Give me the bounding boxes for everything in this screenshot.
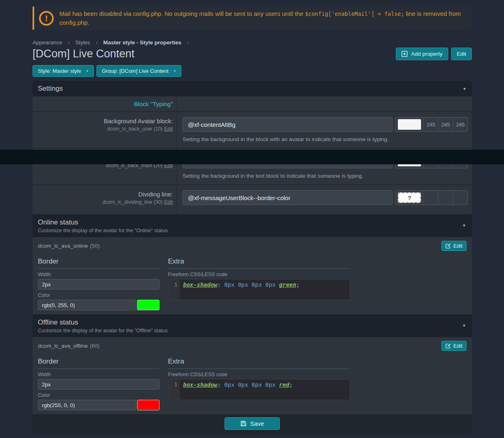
property-meta: dcom_lc_dividing_line (30) Edit <box>37 199 173 205</box>
save-button[interactable]: Save <box>225 417 280 430</box>
color-input[interactable] <box>38 400 136 410</box>
property-label: Background Avatar block: <box>37 117 173 125</box>
offline-section-body: dcom_lc_ava_offline(60) Edit Border Widt… <box>33 337 472 415</box>
edit-property-button[interactable]: Edit <box>441 341 467 351</box>
extra-heading: Extra <box>168 257 350 269</box>
offline-title: Offline status <box>38 318 467 327</box>
pencil-square-icon <box>445 343 451 349</box>
property-label-cell: Dividing line: dcom_lc_dividing_line (30… <box>33 185 177 214</box>
property-key-number: (60) <box>90 343 100 349</box>
property-key-name: dcom_lc_ava_offline <box>38 343 88 349</box>
pencil-square-icon <box>445 243 451 248</box>
warning-icon: ! <box>39 11 54 26</box>
property-row-background-avatar: Background Avatar block: dcom_lc_back_us… <box>33 112 472 148</box>
edit-label: Edit <box>457 51 466 57</box>
save-label: Save <box>250 421 264 427</box>
chevron-down-icon: ▼ <box>86 68 89 74</box>
offline-property-row: dcom_lc_ava_offline(60) Edit <box>38 337 467 351</box>
unknown-color-swatch: ? <box>398 192 421 203</box>
freeform-label: Freeform CSS/LESS code <box>168 272 350 277</box>
online-subtitle: Customize the display of the avatar for … <box>38 228 467 233</box>
property-description: Setting the background in the text block… <box>183 172 468 179</box>
property-key-number: (50) <box>90 243 100 249</box>
width-input[interactable] <box>38 379 159 390</box>
value-input[interactable] <box>183 117 393 132</box>
color-swatch-fill <box>398 119 421 130</box>
property-control-cell: ? <box>177 185 472 214</box>
width-input[interactable] <box>38 279 159 290</box>
online-title: Online status <box>38 218 467 227</box>
breadcrumb: Appearance › Styles › Master style - Sty… <box>33 39 472 46</box>
group-dropdown[interactable]: Group: [DCom] Live Content ▼ <box>96 65 181 77</box>
edit-button[interactable]: Edit <box>451 48 472 60</box>
freeform-label: Freeform CSS/LESS code <box>168 372 350 377</box>
edit-property-label: Edit <box>454 343 463 349</box>
color-swatch[interactable]: ? <box>395 191 423 205</box>
property-control-cell: 245 245 245 Setting the background in th… <box>177 112 472 148</box>
online-columns: Border Width Color Extra Freeform CSS/LE… <box>38 257 467 314</box>
color-value-group: 245 245 245 <box>395 117 468 132</box>
title-row: [DCom] Live Content Add property Edit <box>33 48 472 60</box>
settings-section-header[interactable]: Settings ▼ <box>33 81 472 96</box>
color-input[interactable] <box>38 300 136 310</box>
banner-code-snippet: $config['enableMail'] = false; <box>305 11 404 17</box>
code-keyword: green <box>279 281 296 288</box>
border-column: Border Width Color <box>38 357 159 410</box>
code-property: box-shadow <box>183 281 217 288</box>
property-key-name: dcom_lc_ava_online <box>38 243 88 249</box>
rgb-value-cell <box>453 191 467 205</box>
code-editor[interactable]: 1 box-shadow: 0px 0px 8px 0px green; <box>168 279 350 300</box>
chevron-down-icon: ▼ <box>463 87 467 91</box>
property-meta: dcom_lc_back_user (10) Edit <box>37 126 173 132</box>
property-meta-text: dcom_lc_back_user (10) <box>107 126 163 132</box>
edit-link[interactable]: Edit <box>164 126 173 132</box>
extra-column: Extra Freeform CSS/LESS code 1 box-shado… <box>168 257 350 310</box>
property-row-dividing-line: Dividing line: dcom_lc_dividing_line (30… <box>33 185 472 215</box>
property-key: dcom_lc_ava_online(50) <box>38 243 100 249</box>
code-property: box-shadow <box>183 381 217 388</box>
settings-title: Settings <box>38 85 63 93</box>
code-line: box-shadow: 0px 0px 8px 0px green; <box>180 279 303 300</box>
group-dropdown-label: Group: [DCom] Live Content <box>102 68 168 74</box>
edit-property-button[interactable]: Edit <box>441 241 467 251</box>
rgb-value-cell <box>423 191 438 205</box>
breadcrumb-item-styles[interactable]: Styles <box>75 39 90 46</box>
offline-columns: Border Width Color Extra Freeform CSS/LE… <box>38 357 467 414</box>
add-property-button[interactable]: Add property <box>396 48 448 60</box>
property-meta-text: dcom_lc_dividing_line (30) <box>103 199 163 205</box>
banner-text-before: Mail has been disabled via config.php. N… <box>59 10 305 17</box>
color-swatch[interactable] <box>395 118 423 131</box>
extra-heading: Extra <box>168 357 350 369</box>
dark-overlay-band <box>0 150 504 164</box>
code-editor[interactable]: 1 box-shadow: 0px 0px 8px 0px red; <box>168 379 350 400</box>
breadcrumb-separator: › <box>96 39 98 46</box>
code-values: 0px 0px 8px 0px <box>224 381 275 388</box>
line-number: 1 <box>168 379 180 400</box>
code-semicolon: ; <box>289 381 292 388</box>
border-column: Border Width Color <box>38 257 159 310</box>
breadcrumb-separator: › <box>187 39 189 46</box>
breadcrumb-separator: › <box>68 39 70 46</box>
style-dropdown[interactable]: Style: Master style ▼ <box>33 65 94 77</box>
code-keyword: red <box>279 381 289 388</box>
edit-property-label: Edit <box>454 243 463 249</box>
color-picker-swatch[interactable] <box>137 300 159 310</box>
border-heading: Border <box>38 357 159 369</box>
color-picker-swatch[interactable] <box>137 400 159 410</box>
edit-link[interactable]: Edit <box>164 199 173 205</box>
filter-bar: Style: Master style ▼ Group: [DCom] Live… <box>33 65 472 77</box>
property-label: Dividing line: <box>37 190 173 198</box>
property-label-cell: Background Avatar block: dcom_lc_back_us… <box>33 112 177 148</box>
line-number: 1 <box>168 279 180 300</box>
value-input[interactable] <box>183 190 393 205</box>
online-section-header[interactable]: Online status Customize the display of t… <box>33 215 472 237</box>
breadcrumb-item-current[interactable]: Master style - Style properties <box>103 39 181 46</box>
online-section-body: dcom_lc_ava_online(50) Edit Border Width… <box>33 237 472 315</box>
breadcrumb-item-appearance[interactable]: Appearance <box>33 39 62 46</box>
style-dropdown-label: Style: Master style <box>38 68 81 74</box>
group-heading-spacer <box>177 96 472 111</box>
offline-subtitle: Customize the display of the avatar for … <box>38 328 467 333</box>
code-colon: : <box>217 281 220 288</box>
offline-section-header[interactable]: Offline status Customize the display of … <box>33 315 472 337</box>
color-label: Color <box>38 392 159 398</box>
